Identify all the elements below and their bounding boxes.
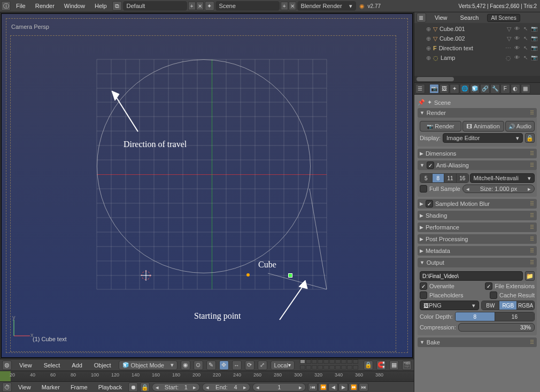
grease-icon[interactable]: ✎	[206, 360, 216, 370]
placeholders-checkbox[interactable]	[420, 291, 427, 299]
timeline-ruler[interactable]: 2040608010012014016018020022024026028030…	[0, 371, 414, 382]
manipulator-icon[interactable]: ✥	[219, 360, 229, 370]
audio-button[interactable]: 🔊 Audio	[505, 121, 535, 132]
cursor-select-icon[interactable]: ↖	[522, 44, 529, 52]
vp-menu-object[interactable]: Object	[90, 362, 115, 368]
snap-icon[interactable]: 🧲	[376, 360, 386, 370]
file-browser-icon[interactable]: 📁	[525, 271, 535, 281]
outliner-editor-icon[interactable]: ≣	[416, 13, 426, 22]
pivot-icon[interactable]: ⊙	[194, 360, 203, 370]
aa-size-field[interactable]: ◂Size: 1.000 px▸	[462, 185, 535, 193]
layout-addremove[interactable]: +✕	[188, 2, 204, 10]
outliner-item[interactable]: ⊕▽Cube.002▽👁↖📷	[416, 34, 538, 43]
outliner-tree[interactable]: ⊕▽Cube.001▽👁↖📷 ⊕▽Cube.002▽👁↖📷 ⊕FDirectio…	[414, 23, 540, 76]
smb-enable-checkbox[interactable]	[426, 200, 433, 207]
outliner-item[interactable]: ⊕FDirection text⋯👁↖📷	[416, 43, 538, 53]
end-frame-field[interactable]: ◂End:4▸	[202, 383, 250, 391]
current-frame-field[interactable]: ◂1▸	[252, 383, 306, 391]
aa-enable-checkbox[interactable]	[427, 162, 434, 169]
color-mode-segmented[interactable]: BWRGBRGBA	[481, 301, 535, 310]
panel-dimensions-header[interactable]: ▶Dimensions⠿	[418, 149, 537, 158]
overwrite-checkbox[interactable]	[420, 282, 427, 290]
render-button[interactable]: 📷 Render	[420, 121, 461, 132]
panel-output-header[interactable]: ▼Output⠿	[418, 258, 537, 267]
menu-file[interactable]: File	[12, 3, 30, 9]
ol-menu-search[interactable]: Search	[456, 14, 483, 21]
panel-bake-header[interactable]: ▼Bake⠿	[418, 337, 537, 347]
outliner-item[interactable]: ⊕◌Lamp◌👁↖📷	[416, 53, 538, 63]
menu-window[interactable]: Window	[60, 3, 89, 9]
tab-texture-icon[interactable]: ▦	[521, 84, 530, 94]
tab-data-icon[interactable]: F	[500, 84, 510, 94]
keying-set-icon[interactable]: 🔒	[140, 382, 150, 392]
output-path-field[interactable]: D:\Final_Video\	[420, 271, 523, 281]
back-to-previous-icon[interactable]: ⧉	[112, 1, 122, 11]
tab-render-icon[interactable]: 📷	[429, 84, 439, 94]
keyframe-next-icon[interactable]: ⏩	[349, 383, 358, 391]
keyframe-prev-icon[interactable]: ⏪	[318, 383, 328, 391]
3d-viewport[interactable]: Camera Persp	[1, 13, 413, 358]
camera-render-icon[interactable]: 📷	[530, 44, 538, 52]
aa-samples-segmented[interactable]: 581116	[420, 173, 469, 183]
camera-render-icon[interactable]: 📷	[530, 25, 538, 33]
compression-field[interactable]: 33%	[458, 323, 535, 332]
vp-menu-select[interactable]: Select	[40, 362, 65, 368]
screen-layout-dropdown[interactable]: Default	[123, 1, 187, 11]
translate-icon[interactable]: ↔	[232, 360, 242, 370]
scene-dropdown[interactable]: Scene	[215, 1, 280, 11]
play-icon[interactable]: ▶	[338, 383, 348, 391]
menu-help[interactable]: Help	[90, 3, 111, 9]
menu-render[interactable]: Render	[31, 3, 59, 9]
cursor-select-icon[interactable]: ↖	[522, 25, 529, 33]
outliner-item[interactable]: ⊕▽Cube.001▽👁↖📷	[416, 24, 538, 34]
jump-end-icon[interactable]: ⏭	[359, 383, 368, 391]
camera-render-icon[interactable]: 📷	[530, 35, 538, 42]
playback-controls[interactable]: ⏮ ⏪ ◀ ▶ ⏩ ⏭	[308, 383, 368, 391]
pin-icon[interactable]: 📌	[418, 99, 425, 106]
ol-menu-view[interactable]: View	[430, 14, 452, 21]
layer-buttons[interactable]	[300, 359, 358, 371]
tab-render-layers-icon[interactable]: 🖼	[439, 84, 449, 94]
vp-menu-add[interactable]: Add	[67, 362, 87, 368]
file-ext-checkbox[interactable]	[485, 282, 492, 290]
shading-solid-icon[interactable]: ◉	[181, 360, 190, 370]
tab-constraints-icon[interactable]: 🔗	[480, 84, 490, 94]
editor-type-3dview-icon[interactable]: ◍	[2, 360, 12, 370]
panel-aa-header[interactable]: ▼Anti-Aliasing⠿	[418, 160, 537, 170]
eye-icon[interactable]: 👁	[513, 35, 521, 42]
tab-object-icon[interactable]: 🧊	[470, 84, 480, 94]
aa-filter-dropdown[interactable]: Mitchell-Netravali▾	[470, 173, 535, 183]
tab-scene-icon[interactable]: ✦	[450, 84, 459, 94]
cursor-select-icon[interactable]: ↖	[522, 54, 529, 62]
lock-interface-icon[interactable]: 🔒	[525, 133, 535, 143]
tl-menu-frame[interactable]: Frame	[66, 384, 92, 390]
vp-menu-view[interactable]: View	[15, 362, 36, 368]
tl-menu-view[interactable]: View	[14, 384, 35, 390]
outliner-scrollbar[interactable]	[416, 77, 454, 81]
panel-performance-header[interactable]: ▶Performance⠿	[418, 222, 537, 232]
tab-world-icon[interactable]: 🌐	[460, 84, 469, 94]
camera-render-icon[interactable]: 📷	[530, 54, 538, 62]
editor-type-props-icon[interactable]: ☰	[415, 84, 425, 94]
tab-material-icon[interactable]: ◐	[511, 84, 520, 94]
panel-smb-header[interactable]: ▶Sampled Motion Blur⠿	[418, 199, 537, 209]
timeline-editor-icon[interactable]: ⏱	[2, 382, 12, 392]
outliner-filter-dropdown[interactable]: All Scenes	[487, 14, 520, 22]
animation-button[interactable]: 🎞 Animation	[462, 121, 504, 132]
panel-metadata-header[interactable]: ▶Metadata⠿	[418, 246, 537, 256]
editor-type-icon[interactable]: ⓘ	[1, 1, 11, 11]
eye-icon[interactable]: 👁	[513, 25, 521, 33]
panel-render-header[interactable]: ▼Render⠿	[418, 108, 537, 118]
eye-icon[interactable]: 👁	[513, 54, 521, 62]
scale-icon[interactable]: ⤢	[258, 360, 267, 370]
scene-icon[interactable]: ✦	[205, 1, 214, 11]
auto-keyframe-icon[interactable]: ⏺	[128, 382, 138, 392]
file-format-dropdown[interactable]: 🖼 PNG▾	[420, 301, 480, 310]
start-frame-field[interactable]: ◂Start:1▸	[152, 383, 200, 391]
orientation-dropdown[interactable]: Local ▾	[271, 360, 295, 370]
tl-menu-marker[interactable]: Marker	[37, 384, 64, 390]
render-preview-icon[interactable]: 🎬	[402, 360, 412, 370]
panel-postproc-header[interactable]: ▶Post Processing⠿	[418, 234, 537, 244]
play-reverse-icon[interactable]: ◀	[328, 383, 338, 391]
panel-shading-header[interactable]: ▶Shading⠿	[418, 211, 537, 220]
